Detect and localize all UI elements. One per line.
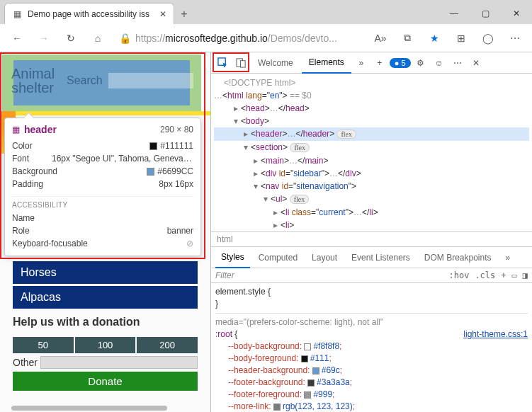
computed-toggle-icon[interactable]: ◨ [523, 270, 528, 280]
maximize-button[interactable]: ▢ [470, 3, 501, 24]
styles-pane-icon[interactable]: ▭ [512, 270, 517, 280]
home-button[interactable]: ⌂ [86, 27, 109, 50]
horizontal-scrollbar[interactable] [11, 406, 167, 411]
dom-section[interactable]: ▾<section> flex [214, 141, 529, 154]
feedback-icon[interactable]: ☺ [431, 55, 448, 71]
forward-button[interactable]: → [33, 27, 55, 50]
devtools-main-tabs: Welcome Elements » + ● 5 ⚙ ☺ ⋯ ✕ [211, 52, 532, 74]
window-titlebar: ▦ Demo page with accessibility iss ✕ + —… [0, 0, 532, 24]
search-label: Search [67, 74, 103, 87]
dom-li-current[interactable]: ▸<li class="current">…</li> [214, 206, 529, 219]
dom-li[interactable]: ▸<li> [214, 219, 529, 231]
inspect-element-name: header [24, 124, 57, 135]
inspect-row-padding: Padding8px 16px [12, 178, 193, 190]
favorite-button[interactable]: ★ [423, 27, 446, 50]
browser-tab[interactable]: ▦ Demo page with accessibility iss ✕ [4, 3, 174, 24]
new-tab-button[interactable]: + [174, 4, 194, 24]
dom-main[interactable]: ▸<main>…</main> [214, 154, 529, 167]
site-info-icon[interactable]: 🔒 [119, 33, 131, 44]
donate-other: Other [13, 356, 198, 369]
profile-button[interactable]: ◯ [477, 27, 499, 50]
root-rule[interactable]: :root { light-theme.css:1 [215, 328, 528, 341]
amount-50[interactable]: 50 [13, 337, 74, 353]
tab-close-icon[interactable]: ✕ [159, 9, 166, 19]
read-aloud-button[interactable]: A» [369, 27, 392, 50]
close-window-button[interactable]: ✕ [501, 3, 532, 24]
donate-heading: Help us with a donation [13, 316, 198, 328]
minimize-button[interactable]: — [438, 3, 470, 24]
brace-close: } [215, 298, 528, 310]
new-style-rule-icon[interactable]: + [501, 270, 506, 280]
address-bar[interactable]: 🔒 https://microsoftedge.github.io/Demos/… [113, 28, 365, 49]
css-var[interactable]: --body-foreground: #111; [215, 353, 528, 365]
nav-item-horses[interactable]: Horses [13, 261, 198, 284]
dom-head[interactable]: ▸<head>…</head> [214, 102, 529, 115]
extensions-button[interactable]: ⊞ [450, 27, 472, 50]
dom-html[interactable]: …<html lang="en"> == $0 [214, 89, 529, 102]
more-subtabs-icon[interactable]: » [500, 247, 516, 268]
dom-sidebar[interactable]: ▸<div id="sidebar">…</div> [214, 167, 529, 180]
new-tab-icon[interactable]: + [371, 55, 388, 71]
inspect-row-background: Background#6699CC [12, 165, 193, 178]
logo-line1: Animal [11, 66, 55, 81]
inspect-dimensions: 290 × 80 [160, 125, 193, 135]
tab-welcome[interactable]: Welcome [251, 52, 300, 74]
close-devtools-icon[interactable]: ✕ [468, 55, 485, 71]
styles-subtabs: Styles Computed Layout Event Listeners D… [211, 247, 532, 268]
dom-header[interactable]: ▸<header>…</header> flex [214, 127, 529, 141]
cls-toggle[interactable]: .cls [475, 270, 495, 280]
device-toolbar-icon[interactable] [232, 55, 249, 71]
issues-badge[interactable]: ● 5 [390, 58, 411, 68]
site-nav: Horses Alpacas [13, 261, 198, 311]
subtab-layout[interactable]: Layout [306, 247, 343, 268]
dom-breadcrumbs[interactable]: html [211, 231, 532, 247]
dom-doctype: <!DOCTYPE html> [214, 76, 529, 89]
amount-200[interactable]: 200 [137, 337, 198, 353]
subtab-styles[interactable]: Styles [215, 247, 250, 268]
settings-icon[interactable]: ⚙ [412, 55, 429, 71]
page-favicon-icon: ▦ [12, 9, 22, 19]
nav-item-alpacas[interactable]: Alpacas [13, 286, 198, 309]
media-query: media="(prefers-color-scheme: light), no… [215, 316, 528, 328]
css-var[interactable]: --header-background: #69c; [215, 365, 528, 377]
css-var[interactable]: --footer-foreground: #999; [215, 389, 528, 401]
hov-toggle[interactable]: :hov [448, 270, 469, 280]
subtab-computed[interactable]: Computed [253, 247, 303, 268]
page-viewport: Animal shelter Search ▦ header 290 × 80 … [0, 52, 211, 412]
more-tabs-icon[interactable]: » [353, 55, 370, 71]
other-amount-input[interactable] [40, 356, 198, 369]
inspect-row-role: Rolebanner [12, 224, 193, 237]
subtab-event-listeners[interactable]: Event Listeners [346, 247, 416, 268]
css-var[interactable]: --more-link: rgb(123, 123, 123); [215, 401, 528, 412]
css-var[interactable]: --body-background: #f8f8f8; [215, 341, 528, 353]
devtools-panel: Welcome Elements » + ● 5 ⚙ ☺ ⋯ ✕ <!DOCTY… [211, 52, 532, 412]
header-underline [16, 111, 210, 115]
donate-button[interactable]: Donate [13, 372, 198, 391]
styles-pane[interactable]: element.style { } media="(prefers-color-… [211, 283, 532, 412]
styles-filter-input[interactable]: Filter [215, 270, 443, 280]
svg-rect-2 [240, 61, 245, 67]
css-var[interactable]: --footer-background: #3a3a3a; [215, 377, 528, 389]
dom-nav[interactable]: ▾<nav id="sitenavigation"> [214, 180, 529, 193]
inspect-row-color: Color#111111 [12, 139, 193, 152]
browser-toolbar: ← → ↻ ⌂ 🔒 https://microsoftedge.github.i… [0, 24, 532, 52]
more-options-icon[interactable]: ⋯ [449, 55, 466, 71]
dom-body[interactable]: ▾<body> [214, 115, 529, 127]
refresh-button[interactable]: ↻ [60, 27, 82, 50]
css-source-link[interactable]: light-theme.css:1 [463, 328, 528, 341]
logo-line2: shelter [11, 80, 54, 96]
inspect-tooltip: ▦ header 290 × 80 Color#111111 Font16px … [4, 118, 201, 256]
element-style-rule[interactable]: element.style { [215, 286, 528, 298]
inspect-a11y-heading: ACCESSIBILITY [12, 196, 193, 209]
inspect-element-icon[interactable] [214, 55, 231, 71]
amount-100[interactable]: 100 [75, 337, 136, 353]
dom-tree[interactable]: <!DOCTYPE html> …<html lang="en"> == $0 … [211, 74, 532, 231]
collections-button[interactable]: ⧉ [396, 27, 419, 50]
url-path: /Demos/devto... [268, 33, 337, 44]
dom-ul[interactable]: ▾<ul> flex [214, 193, 529, 206]
tab-elements[interactable]: Elements [302, 52, 351, 74]
back-button[interactable]: ← [6, 27, 28, 50]
menu-button[interactable]: ⋯ [504, 27, 526, 50]
search-input[interactable] [108, 73, 193, 88]
subtab-dom-breakpoints[interactable]: DOM Breakpoints [419, 247, 497, 268]
